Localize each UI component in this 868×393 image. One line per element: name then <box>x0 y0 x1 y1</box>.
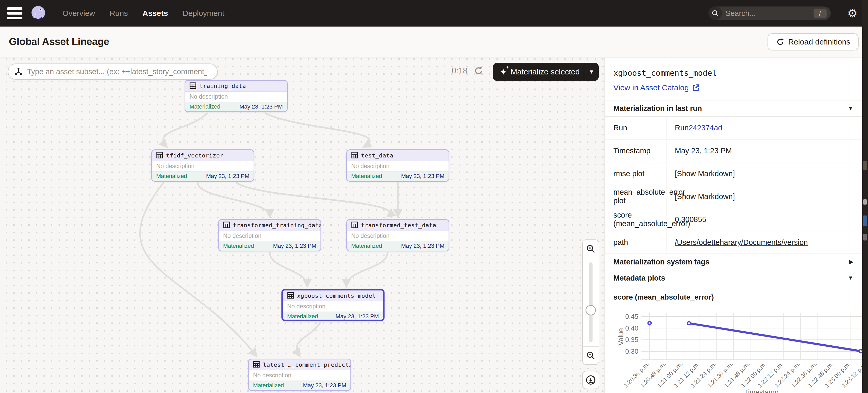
asset-node-transformed_test_data[interactable]: transformed_test_dataNo descriptionMater… <box>346 219 450 252</box>
chart-title: score (mean_absolute_error) <box>605 286 862 303</box>
metadata-label: score (mean_absolute_error) <box>605 208 666 231</box>
hamburger-menu-icon[interactable] <box>7 7 24 19</box>
asset-node-tfidf_vectorizer[interactable]: tfidf_vectorizerNo descriptionMaterializ… <box>151 150 254 182</box>
refresh-timer: 0:18 <box>452 66 467 75</box>
table-icon <box>351 222 358 229</box>
asset-node-description: No description <box>185 92 287 102</box>
asset-node-description: No description <box>219 231 320 241</box>
materialize-dropdown-caret[interactable]: ▼ <box>584 68 599 75</box>
materialize-selected-button[interactable]: ✦ Materialize selected ▼ <box>493 63 599 81</box>
asset-subset-input[interactable] <box>27 67 207 76</box>
chevron-down-icon: ▼ <box>848 274 854 281</box>
tab-overview[interactable]: Overview <box>62 9 95 18</box>
zoom-slider-handle[interactable] <box>586 305 596 316</box>
metadata-row: rmse plot[Show Markdown] <box>605 162 862 185</box>
svg-text:0.30: 0.30 <box>625 348 639 355</box>
run-label: Run <box>675 124 689 132</box>
download-graph-button[interactable] <box>582 371 599 389</box>
sparkle-icon: ✦ <box>500 67 507 77</box>
global-search[interactable]: / <box>708 6 831 20</box>
materialized-status: Materialized <box>223 242 254 249</box>
svg-text:Value: Value <box>617 328 625 346</box>
materialized-status: Materialized <box>253 382 284 389</box>
asset-node-description: No description <box>152 161 254 171</box>
top-nav: Overview Runs Assets Deployment / ⚙ <box>0 0 868 27</box>
refresh-icon[interactable] <box>473 66 484 76</box>
page-title: Global Asset Lineage <box>9 36 109 47</box>
asset-filter <box>8 64 218 79</box>
metadata-row: mean_absolute_error plot[Show Markdown] <box>605 185 862 208</box>
asset-node-transformed_training_data[interactable]: transformed_training_dataNo descriptionM… <box>218 219 321 252</box>
table-icon <box>253 361 260 369</box>
download-icon <box>585 374 596 386</box>
section-metadata-plots[interactable]: Metadata plots ▼ <box>605 270 862 286</box>
asset-node-name: xgboost_comments_model <box>297 293 376 299</box>
materialized-status: Materialized <box>351 173 382 179</box>
asset-node-description: No description <box>249 370 350 381</box>
asset-node-name: latest_…_comment_predictions <box>263 361 351 368</box>
asset-node-name: training_data <box>199 83 246 89</box>
external-link-icon <box>692 84 700 92</box>
materialized-status: Materialized <box>287 313 318 320</box>
svg-text:Timestamp: Timestamp <box>744 388 779 393</box>
table-icon <box>156 152 163 160</box>
asset-graph-icon <box>14 67 23 76</box>
zoom-in-button[interactable] <box>583 240 599 258</box>
svg-text:0.35: 0.35 <box>625 336 639 343</box>
section-materialization-system-tags[interactable]: Materialization system tags ▶ <box>605 254 862 270</box>
materialized-timestamp: May 23, 1:23 PM <box>401 242 444 249</box>
tab-assets[interactable]: Assets <box>143 9 168 18</box>
sidebar-asset-name: xgboost_comments_model <box>613 68 854 77</box>
table-icon <box>351 152 358 160</box>
view-in-asset-catalog-link[interactable]: View in Asset Catalog <box>613 83 700 92</box>
metadata-label: rmse plot <box>605 162 666 185</box>
search-input[interactable] <box>725 9 799 18</box>
asset-node-xgboost_comments_model[interactable]: xgboost_comments_modelNo descriptionMate… <box>281 289 384 321</box>
search-icon <box>708 6 722 20</box>
asset-node-name: tfidf_vectorizer <box>166 152 223 159</box>
svg-text:0.40: 0.40 <box>625 324 639 332</box>
metadata-row: RunRun 242374ad <box>605 117 862 139</box>
table-icon <box>189 82 196 90</box>
metadata-link[interactable]: [Show Markdown] <box>675 192 735 201</box>
materialized-status: Materialized <box>351 242 382 249</box>
zoom-slider[interactable] <box>583 258 599 346</box>
metadata-value: 0.300855 <box>675 215 706 224</box>
materialized-timestamp: May 23, 1:23 PM <box>273 242 316 249</box>
materialized-status: Materialized <box>156 173 187 179</box>
metadata-label: Timestamp <box>605 139 666 162</box>
asset-node-name: transformed_test_data <box>361 222 436 229</box>
materialized-timestamp: May 23, 1:23 PM <box>336 313 379 320</box>
chevron-down-icon: ▼ <box>848 105 854 112</box>
metadata-row: score (mean_absolute_error)0.300855 <box>605 208 862 231</box>
dagster-logo[interactable] <box>30 5 47 22</box>
zoom-out-button[interactable] <box>583 346 599 364</box>
reload-icon <box>776 37 785 46</box>
materialized-status: Materialized <box>189 103 220 110</box>
metadata-value: May 23, 1:23 PM <box>675 146 732 155</box>
asset-node-training_data[interactable]: training_dataNo descriptionMaterializedM… <box>185 80 288 112</box>
asset-node-latest_comment_predictions[interactable]: latest_…_comment_predictionsNo descripti… <box>248 359 351 391</box>
materialized-timestamp: May 23, 1:23 PM <box>240 103 283 110</box>
section-materialization-last-run[interactable]: Materialization in last run ▼ <box>605 100 862 117</box>
asset-lineage-graph[interactable]: training_dataNo descriptionMaterializedM… <box>0 58 604 393</box>
metadata-row: TimestampMay 23, 1:23 PM <box>605 139 862 162</box>
metadata-link[interactable]: /Users/odetteharary/Documents/version <box>675 238 808 247</box>
metadata-link[interactable]: [Show Markdown] <box>675 169 735 178</box>
asset-node-test_data[interactable]: test_dataNo descriptionMaterializedMay 2… <box>346 150 450 182</box>
reload-definitions-button[interactable]: Reload definitions <box>768 33 859 51</box>
tab-deployment[interactable]: Deployment <box>183 9 224 18</box>
asset-node-description: No description <box>347 231 448 241</box>
asset-node-description: No description <box>347 161 448 171</box>
run-id-link[interactable]: 242374ad <box>689 124 722 132</box>
search-shortcut-badge: / <box>814 9 827 18</box>
materialized-timestamp: May 23, 1:23 PM <box>303 382 346 389</box>
asset-details-sidebar: xgboost_comments_model View in Asset Cat… <box>605 58 862 393</box>
settings-gear-icon[interactable]: ⚙ <box>847 7 858 19</box>
materialized-timestamp: May 23, 1:23 PM <box>401 173 444 179</box>
zoom-controls <box>582 239 599 365</box>
asset-node-name: test_data <box>361 152 393 159</box>
chevron-right-icon: ▶ <box>849 258 854 265</box>
tab-runs[interactable]: Runs <box>110 9 128 18</box>
asset-node-name: transformed_training_data <box>233 222 321 229</box>
